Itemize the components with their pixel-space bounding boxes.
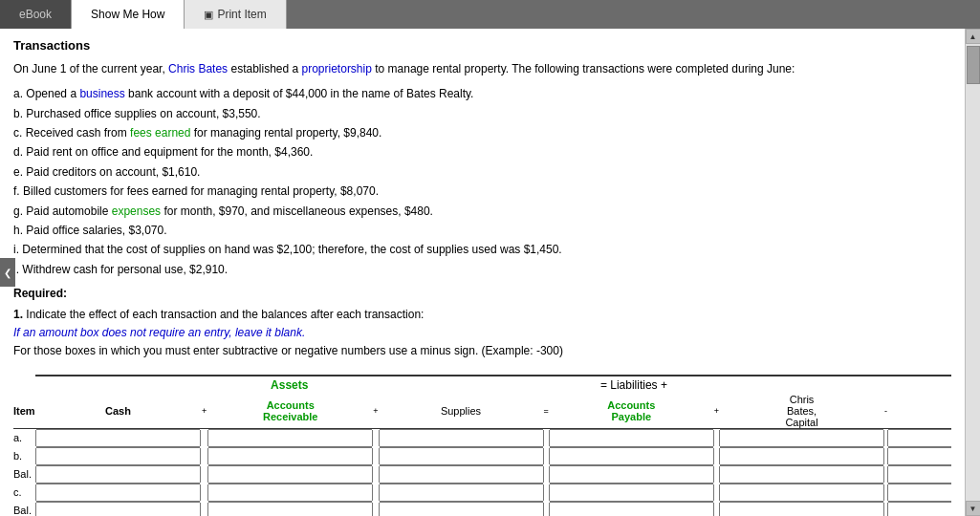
input-bal1-supplies[interactable] [379,465,544,484]
scroll-down-arrow[interactable]: ▼ [966,501,981,516]
transaction-b: b. Purchased office supplies on account,… [13,104,951,123]
tab-ebook-label: eBook [19,8,52,21]
printer-icon: ▣ [204,9,213,21]
table-row-balance-1: Bal. [13,465,951,484]
instruction-2: If an amount box does not require an ent… [13,324,951,342]
input-c-cash[interactable] [35,484,201,502]
transaction-h: h. Paid office salaries, $3,070. [13,221,951,240]
input-a-supplies[interactable] [379,429,544,447]
table-row: c. [13,484,951,502]
owners-equity-group-label: Owner's Equity [719,376,951,394]
table-section: Assets = Liabilities + Owner's Equity It… [13,369,951,516]
col-item: Item [13,394,35,429]
tab-bar: eBook Show Me How ▣ Print Item [0,0,980,29]
input-bal2-capital[interactable] [719,502,884,516]
input-bal1-drawing[interactable] [887,465,951,484]
transaction-g: g. Paid automobile expenses for month, $… [13,202,951,221]
fees-earned-link-c[interactable]: fees earned [130,126,190,140]
input-bal1-cash[interactable] [35,465,201,484]
col-cb-drawing: ChrisBates,Drawing [887,394,951,429]
tab-print-item-label: Print Item [217,8,266,21]
col-cb-capital: ChrisBates,Capital [719,394,884,429]
input-b-ar[interactable] [207,447,373,465]
transaction-e: e. Paid creditors on account, $1,610. [13,162,951,182]
input-bal2-ar[interactable] [207,502,373,516]
input-c-drawing[interactable] [887,484,951,502]
input-bal2-ap[interactable] [549,502,714,516]
chris-bates-link[interactable]: Chris Bates [168,62,228,75]
main-container: ❮ Transactions On June 1 of the current … [0,29,980,516]
section-title: Transactions [13,38,951,53]
row-label-b: b. [13,447,35,465]
col-plus-1: + [201,394,207,429]
proprietorship-link[interactable]: proprietorship [302,62,372,75]
table-row-balance-2: Bal. [13,502,951,516]
row-label-bal1: Bal. [13,465,35,484]
input-bal2-supplies[interactable] [379,502,544,516]
tab-show-me-how[interactable]: Show Me How [72,0,185,29]
table-row: a. [13,428,951,447]
required-label: Required: [13,287,951,300]
transaction-c: c. Received cash from fees earned for ma… [13,123,951,142]
input-bal1-ar[interactable] [207,465,373,484]
scroll-thumb-vertical[interactable] [967,46,980,84]
input-b-cash[interactable] [35,447,201,465]
expenses-link-g[interactable]: expenses [112,204,161,218]
transaction-j: j. Withdrew cash for personal use, $2,91… [13,260,951,279]
input-c-supplies[interactable] [379,484,544,502]
input-bal1-capital[interactable] [719,465,884,484]
required-section: Required: [13,287,951,300]
transaction-a: a. Opened a business bank account with a… [13,84,951,103]
input-bal1-ap[interactable] [549,465,714,484]
input-a-drawing[interactable] [887,429,951,447]
side-nav-arrow[interactable]: ❮ [0,258,15,287]
input-c-ap[interactable] [549,484,714,502]
liabilities-group-label: = Liabilities + [549,376,719,394]
input-c-ar[interactable] [207,484,373,502]
col-supplies: Supplies [379,394,544,429]
transaction-i: i. Determined that the cost of supplies … [13,240,951,259]
row-label-a: a. [13,428,35,447]
input-b-ap[interactable] [549,447,714,465]
col-accounts-receivable: AccountsReceivable [207,394,373,429]
input-a-ar[interactable] [207,429,373,447]
input-a-capital[interactable] [719,429,884,447]
tab-print-item[interactable]: ▣ Print Item [185,0,286,29]
input-b-drawing[interactable] [887,447,951,465]
col-accounts-payable: AccountsPayable [549,394,714,429]
table-row: b. [13,447,951,465]
tab-show-me-how-label: Show Me How [91,8,164,21]
input-c-capital[interactable] [719,484,884,502]
content-area: Transactions On June 1 of the current ye… [0,29,965,516]
vertical-scrollbar[interactable]: ▲ ▼ [965,29,980,516]
instruction-3: For those boxes in which you must enter … [13,342,951,360]
input-a-ap[interactable] [549,429,714,447]
business-link[interactable]: business [79,87,124,100]
tab-ebook[interactable]: eBook [0,0,72,29]
row-label-c: c. [13,484,35,502]
transaction-d: d. Paid rent on office and equipment for… [13,142,951,161]
input-bal2-drawing[interactable] [887,502,951,516]
input-b-capital[interactable] [719,447,884,465]
input-bal2-cash[interactable] [35,502,201,516]
input-a-cash[interactable] [35,429,201,447]
instruction-1: 1. Indicate the effect of each transacti… [13,306,951,324]
transaction-list: a. Opened a business bank account with a… [13,84,951,279]
assets-group-label: Assets [35,376,544,394]
transaction-f: f. Billed customers for fees earned for … [13,182,951,201]
scroll-up-arrow[interactable]: ▲ [966,29,981,44]
row-label-bal2: Bal. [13,502,35,516]
intro-text: On June 1 of the current year, Chris Bat… [13,60,951,78]
col-cash: Cash [35,394,201,429]
input-b-supplies[interactable] [379,447,544,465]
